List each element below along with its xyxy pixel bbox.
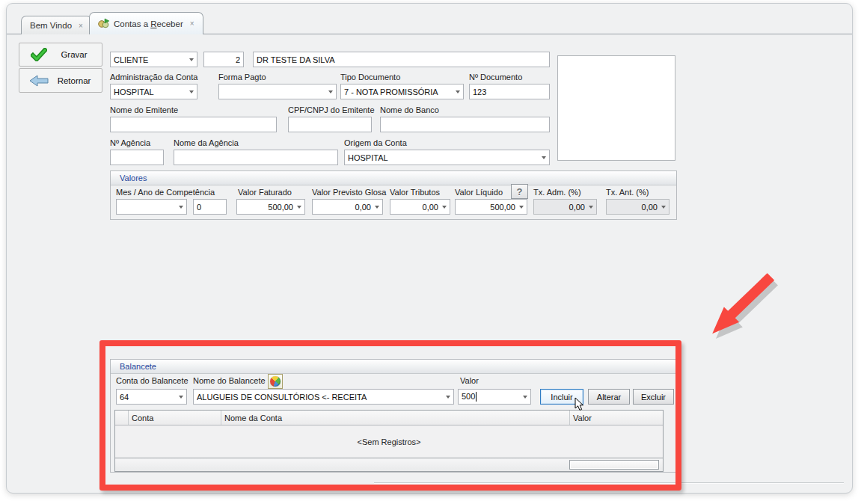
question-mark-icon: ? <box>517 186 523 197</box>
grid-footer-total-box <box>569 460 659 470</box>
valor-faturado-value: 500,00 <box>240 203 293 212</box>
grid-column-conta[interactable]: Conta <box>129 411 221 425</box>
sequencia-value: 0 <box>197 203 223 212</box>
retornar-button[interactable]: Retornar <box>19 68 102 93</box>
num-agencia-label: Nº Agência <box>110 138 150 148</box>
nome-agencia-label: Nome da Agência <box>174 138 239 148</box>
pie-chart-icon <box>270 376 281 387</box>
administracao-label: Administração da Conta <box>110 73 197 82</box>
balancete-group-title: Balancete <box>111 360 676 374</box>
grid-header-row: Conta Nome da Conta Valor <box>115 411 663 425</box>
nome-emitente-field[interactable] <box>110 117 277 132</box>
dropdown-arrow-icon <box>179 396 183 399</box>
grid-column-valor[interactable]: Valor <box>570 411 663 425</box>
pie-chart-button[interactable] <box>268 374 283 389</box>
dropdown-arrow-icon <box>189 90 194 93</box>
dropdown-arrow-icon <box>328 90 333 93</box>
nome-balancete-label: Nome do Balancete <box>193 376 266 386</box>
check-icon <box>25 48 52 61</box>
tab-bem-vindo[interactable]: Bem Vindo × <box>21 16 92 34</box>
forma-pagto-select[interactable] <box>218 84 337 99</box>
nome-banco-label: Nome do Banco <box>380 105 439 115</box>
administracao-value: HOSPITAL <box>114 87 186 96</box>
gravar-button[interactable]: Gravar <box>19 43 102 67</box>
arrow-left-icon <box>25 75 52 87</box>
forma-pagto-label: Forma Pagto <box>218 73 266 82</box>
close-icon[interactable]: × <box>79 22 83 30</box>
dropdown-arrow-icon <box>179 206 183 209</box>
valor-liquido-value: 500,00 <box>459 203 515 212</box>
nome-emitente-label: Nome do Emitente <box>110 105 178 115</box>
num-documento-field[interactable]: 123 <box>469 84 550 99</box>
num-documento-value: 123 <box>473 87 546 96</box>
cliente-code-value: 2 <box>207 55 240 64</box>
mes-ano-label: Mes / Ano de Competência <box>116 188 215 197</box>
sequencia-field[interactable]: 0 <box>193 199 227 215</box>
dropdown-arrow-icon <box>297 206 301 209</box>
cliente-name-value: DR TESTE DA SILVA <box>257 55 546 64</box>
conta-balancete-select[interactable]: 64 <box>116 389 187 405</box>
dropdown-arrow-icon <box>589 206 593 209</box>
tipo-documento-label: Tipo Documento <box>340 73 400 82</box>
alterar-button[interactable]: Alterar <box>588 389 630 405</box>
cpf-cnpj-label: CPF/CNPJ do Emitente <box>288 105 375 115</box>
tab-contas-a-receber[interactable]: Contas a Receber × <box>89 12 203 34</box>
cliente-select[interactable]: CLIENTE <box>110 52 197 67</box>
nome-balancete-value: ALUGUEIS DE CONSULTÓRIOS <- RECEITA <box>197 393 442 402</box>
origem-conta-select[interactable]: HOSPITAL <box>344 150 550 165</box>
conta-balancete-label: Conta do Balancete <box>116 376 189 386</box>
excluir-button[interactable]: Excluir <box>633 389 674 405</box>
cliente-name-field[interactable]: DR TESTE DA SILVA <box>253 52 550 67</box>
dropdown-arrow-icon <box>446 396 450 399</box>
cliente-code-field[interactable]: 2 <box>203 52 244 67</box>
grid-column-nome-da-conta[interactable]: Nome da Conta <box>221 411 570 425</box>
coins-icon <box>98 18 110 30</box>
tab-label: Bem Vindo <box>30 21 72 30</box>
nome-balancete-select[interactable]: ALUGUEIS DE CONSULTÓRIOS <- RECEITA <box>193 389 454 405</box>
nome-banco-field[interactable] <box>380 117 550 132</box>
tab-label: Contas a Receber <box>114 19 183 28</box>
valor-previsto-glosa-label: Valor Previsto Glosa <box>312 188 386 197</box>
cliente-select-value: CLIENTE <box>114 55 186 64</box>
grid-indicator-column <box>115 411 129 425</box>
valor-select[interactable]: 500 <box>458 389 531 405</box>
tipo-documento-select[interactable]: 7 - NOTA PROMISSÓRIA <box>340 84 464 99</box>
tx-ant-field: 0,00 <box>606 199 670 215</box>
balancete-grid: Conta Nome da Conta Valor <Sem Registros… <box>114 410 664 472</box>
grid-empty-message: <Sem Registros> <box>115 425 663 458</box>
mes-ano-select[interactable] <box>116 199 187 215</box>
help-button[interactable]: ? <box>511 184 528 199</box>
valor-label: Valor <box>460 376 479 386</box>
tx-ant-value: 0,00 <box>610 203 658 212</box>
notes-memo[interactable] <box>557 55 675 161</box>
administracao-select[interactable]: HOSPITAL <box>110 84 197 99</box>
valor-liquido-field[interactable]: 500,00 <box>455 199 527 215</box>
dropdown-arrow-icon <box>456 90 460 93</box>
incluir-button[interactable]: Incluir <box>540 389 583 405</box>
dropdown-arrow-icon <box>375 206 379 209</box>
num-agencia-field[interactable] <box>110 150 164 165</box>
gravar-label: Gravar <box>52 50 96 59</box>
close-icon[interactable]: × <box>190 19 194 28</box>
nome-agencia-field[interactable] <box>174 150 338 165</box>
valor-previsto-glosa-field[interactable]: 0,00 <box>312 199 383 215</box>
valor-previsto-glosa-value: 0,00 <box>316 203 371 212</box>
cpf-cnpj-field[interactable] <box>288 117 372 132</box>
excluir-label: Excluir <box>641 393 666 402</box>
origem-conta-value: HOSPITAL <box>348 153 538 162</box>
tx-adm-value: 0,00 <box>537 203 585 212</box>
valor-tributos-label: Valor Tributos <box>390 188 440 197</box>
valor-tributos-field[interactable]: 0,00 <box>390 199 450 215</box>
tx-adm-field: 0,00 <box>533 199 597 215</box>
app-canvas: Bem Vindo × Contas a Receber × Gravar <box>0 0 861 504</box>
incluir-label: Incluir <box>551 393 572 402</box>
grid-footer <box>115 458 663 471</box>
retornar-label: Retornar <box>52 76 96 85</box>
num-documento-label: Nº Documento <box>469 73 522 82</box>
valor-faturado-field[interactable]: 500,00 <box>236 199 305 215</box>
conta-balancete-value: 64 <box>120 393 175 402</box>
dropdown-arrow-icon <box>519 206 524 209</box>
tipo-documento-value: 7 - NOTA PROMISSÓRIA <box>344 87 452 96</box>
tx-adm-label: Tx. Adm. (%) <box>533 188 581 197</box>
panel-bottom-divider-highlight <box>374 483 844 484</box>
